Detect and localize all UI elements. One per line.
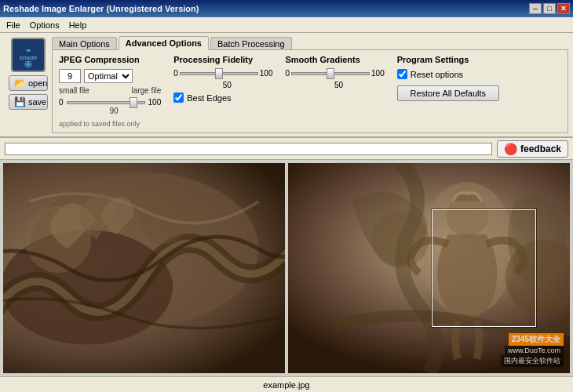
minimize-button[interactable]: ─ xyxy=(529,3,542,14)
reset-options-checkbox[interactable] xyxy=(397,69,407,79)
file-size-labels: small file large file xyxy=(59,86,161,95)
watermark-line2: www.DuoTe.com xyxy=(505,346,564,355)
save-icon: 💾 xyxy=(14,96,26,107)
image-area: 2345软件大全 www.DuoTe.com 国内最安全软件站 xyxy=(0,160,573,376)
gradients-slider-value: 50 xyxy=(294,81,385,89)
quality-input[interactable] xyxy=(59,69,81,83)
left-stone-svg xyxy=(3,163,285,373)
right-image-panel: 2345软件大全 www.DuoTe.com 国内最安全软件站 xyxy=(288,163,570,373)
title-bar: Reshade Image Enlarger (Unregistered Ver… xyxy=(0,0,573,17)
reset-options-row: Reset options xyxy=(397,69,499,79)
program-settings-title: Program Settings xyxy=(397,55,499,64)
fidelity-slider[interactable] xyxy=(180,72,258,75)
filename-label: example.jpg xyxy=(263,380,309,390)
main-area: re shade 📂 open 💾 save Main Options Adva… xyxy=(0,33,573,392)
fidelity-title: Processing Fidelity xyxy=(173,55,272,64)
options-panel: re shade 📂 open 💾 save Main Options Adva… xyxy=(0,33,573,138)
watermark-line1: 2345软件大全 xyxy=(509,333,564,346)
menu-options[interactable]: Options xyxy=(25,19,64,31)
jpeg-compression-section: JPEG Compression Optimal Low Medium High… xyxy=(59,55,161,128)
open-button[interactable]: 📂 open xyxy=(9,75,48,91)
filename-bar: example.jpg xyxy=(0,376,573,392)
tab-advanced-options[interactable]: Advanced Options xyxy=(119,36,209,50)
tab-content-advanced: JPEG Compression Optimal Low Medium High… xyxy=(52,49,568,133)
svg-point-8 xyxy=(139,197,187,245)
svg-text:shade: shade xyxy=(19,54,38,61)
tab-main-options[interactable]: Main Options xyxy=(52,37,117,50)
svg-text:re: re xyxy=(26,48,31,53)
smooth-gradients-section: Smooth Gradients 0 100 50 xyxy=(286,55,385,128)
menu-help[interactable]: Help xyxy=(64,19,92,31)
watermark-line3: 国内最安全软件站 xyxy=(501,355,564,367)
gradients-slider-row: 0 100 xyxy=(286,69,385,78)
save-button[interactable]: 💾 save xyxy=(9,94,48,110)
best-edges-row: Best Edges xyxy=(173,93,272,103)
jpeg-compression-title: JPEG Compression xyxy=(59,55,161,64)
restore-defaults-button[interactable]: Restore All Defaults xyxy=(397,85,499,101)
watermark: 2345软件大全 www.DuoTe.com 国内最安全软件站 xyxy=(501,333,564,367)
tabs-and-content: Main Options Advanced Options Batch Proc… xyxy=(52,36,568,133)
quality-select[interactable]: Optimal Low Medium High xyxy=(84,69,133,83)
app-title: Reshade Image Enlarger (Unregistered Ver… xyxy=(3,4,199,13)
feedback-button[interactable]: 🔴 feedback xyxy=(497,140,568,158)
progress-track xyxy=(5,143,492,155)
best-edges-checkbox[interactable] xyxy=(173,93,184,103)
feedback-icon: 🔴 xyxy=(504,143,517,155)
applied-note: applied to saved files only xyxy=(59,120,161,128)
brand-panel: re shade 📂 open 💾 save xyxy=(5,36,52,133)
gradients-title: Smooth Gradients xyxy=(286,55,385,64)
fidelity-slider-row: 0 100 xyxy=(173,69,272,78)
reshade-logo: re shade xyxy=(11,38,46,72)
jpeg-quality-slider[interactable] xyxy=(67,101,145,104)
close-button[interactable]: ✕ xyxy=(557,3,570,14)
tab-bar: Main Options Advanced Options Batch Proc… xyxy=(52,36,568,50)
menu-bar: File Options Help xyxy=(0,17,573,33)
processing-fidelity-section: Processing Fidelity 0 100 50 Best Edges xyxy=(173,55,272,128)
maximize-button[interactable]: □ xyxy=(543,3,556,14)
tab-batch-processing[interactable]: Batch Processing xyxy=(210,37,292,50)
title-bar-controls: ─ □ ✕ xyxy=(529,3,570,14)
menu-file[interactable]: File xyxy=(2,19,25,31)
gradients-slider[interactable] xyxy=(291,72,370,75)
open-icon: 📂 xyxy=(14,78,26,89)
left-image-panel xyxy=(3,163,285,373)
program-settings-section: Program Settings Reset options Restore A… xyxy=(397,55,499,128)
progress-bar-area: 🔴 feedback xyxy=(0,138,573,160)
fidelity-slider-value: 50 xyxy=(181,81,272,89)
jpeg-slider-container: 0 100 90 xyxy=(59,98,161,115)
title-bar-title: Reshade Image Enlarger (Unregistered Ver… xyxy=(3,4,199,13)
jpeg-slider-value: 90 xyxy=(67,107,161,115)
jpeg-slider-row: 0 100 xyxy=(59,98,161,107)
quality-row: Optimal Low Medium High xyxy=(59,69,161,83)
feedback-label: feedback xyxy=(520,143,561,154)
selection-rectangle xyxy=(432,209,536,327)
